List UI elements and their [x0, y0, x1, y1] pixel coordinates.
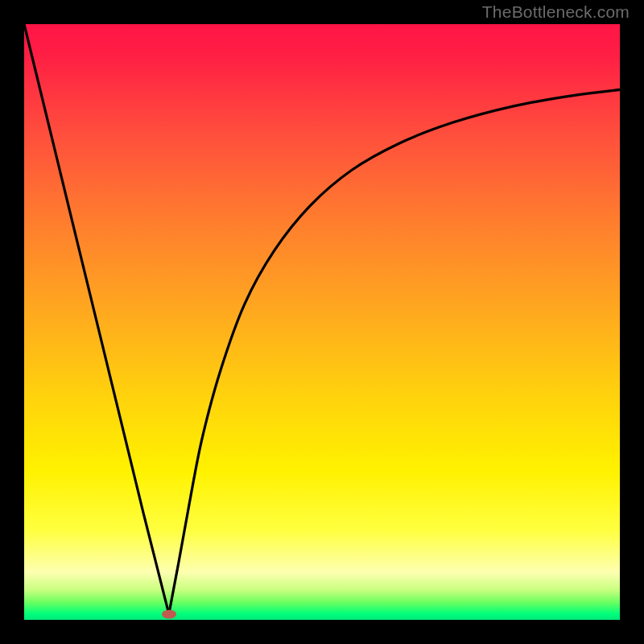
minimum-marker [162, 609, 176, 618]
curve-left-branch [24, 24, 169, 614]
chart-frame: TheBottleneck.com [0, 0, 644, 644]
curve-right-branch [169, 89, 620, 613]
bottleneck-curve [24, 24, 620, 620]
watermark-text: TheBottleneck.com [482, 2, 630, 22]
plot-area [24, 24, 620, 620]
